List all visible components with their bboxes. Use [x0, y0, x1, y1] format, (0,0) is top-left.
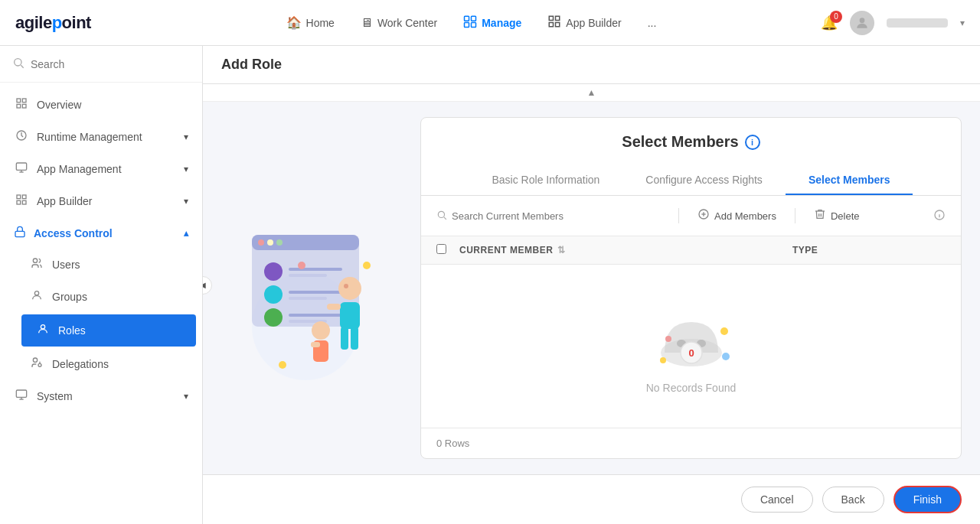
sidebar-item-label: Users	[52, 259, 80, 271]
trash-icon	[814, 208, 826, 223]
sidebar-item-accesscontrol[interactable]: Access Control ▴	[0, 217, 202, 249]
notification-button[interactable]: 🔔 0	[821, 15, 838, 31]
users-icon	[29, 257, 44, 272]
home-icon: 🏠	[286, 15, 302, 30]
svg-rect-12	[22, 99, 26, 103]
svg-point-53	[312, 321, 330, 340]
sidebar-item-runtime[interactable]: Runtime Management ▾	[0, 121, 202, 153]
overview-icon	[14, 97, 29, 112]
col-type-header: TYPE	[792, 245, 946, 255]
tab-basic-role-information[interactable]: Basic Role Information	[469, 166, 623, 195]
sidebar-search-container	[0, 46, 202, 83]
svg-point-74	[660, 357, 666, 363]
search-current-members-input[interactable]	[452, 210, 666, 222]
sidebar-item-delegations[interactable]: Delegations	[15, 348, 202, 380]
tab-label: Select Members	[808, 174, 890, 186]
nav-home[interactable]: 🏠 Home	[276, 11, 345, 34]
cancel-button[interactable]: Cancel	[741, 487, 813, 513]
search-field	[436, 210, 666, 223]
svg-point-47	[338, 277, 361, 300]
more-icon: ...	[648, 17, 657, 29]
toggle-top-button[interactable]: ▲	[203, 84, 980, 102]
tab-configure-access-rights[interactable]: Configure Access Rights	[622, 166, 786, 195]
logo[interactable]: agilepoint	[15, 13, 91, 33]
rows-count: 0 Rows	[436, 438, 469, 449]
illustration-panel	[221, 117, 405, 459]
nav-manage[interactable]: Manage	[452, 10, 532, 36]
svg-text:0: 0	[688, 347, 694, 359]
svg-point-59	[438, 211, 444, 217]
select-all-checkbox[interactable]	[436, 244, 459, 256]
svg-rect-13	[17, 104, 21, 108]
tab-label: Basic Role Information	[492, 174, 600, 186]
svg-rect-50	[351, 327, 358, 350]
svg-point-52	[344, 284, 348, 288]
svg-point-37	[276, 239, 283, 246]
sidebar-item-groups[interactable]: Groups	[15, 281, 202, 313]
svg-rect-7	[556, 22, 560, 26]
svg-rect-1	[472, 16, 476, 21]
svg-rect-19	[17, 195, 21, 199]
appbuilder-sidebar-icon	[14, 194, 29, 209]
svg-point-27	[33, 358, 37, 362]
sidebar-search-icon	[12, 57, 24, 71]
svg-rect-55	[311, 342, 320, 347]
sidebar-item-label: Access Control	[34, 227, 113, 239]
chevron-down-icon: ▾	[184, 391, 188, 402]
search-icon	[436, 210, 447, 223]
header-checkbox[interactable]	[436, 244, 446, 254]
sidebar-sub-access: Users Groups Roles	[0, 249, 202, 380]
sidebar-item-label: Roles	[58, 324, 86, 337]
finish-button[interactable]: Finish	[893, 486, 962, 513]
svg-point-26	[41, 325, 44, 329]
user-avatar	[850, 11, 874, 35]
svg-rect-6	[550, 22, 554, 26]
sidebar-item-roles[interactable]: Roles	[21, 314, 196, 347]
add-members-label: Add Members	[714, 210, 776, 222]
svg-rect-44	[289, 297, 327, 300]
svg-point-38	[264, 262, 283, 281]
sidebar-search-input[interactable]	[31, 58, 190, 70]
sidebar-item-label: App Management	[37, 163, 122, 175]
sidebar-item-appbuilder[interactable]: App Builder ▾	[0, 185, 202, 217]
content-area: ◀ Add Role ▲	[203, 46, 980, 524]
svg-point-40	[264, 308, 283, 327]
svg-rect-0	[465, 16, 469, 21]
back-button[interactable]: Back	[822, 487, 884, 513]
svg-point-36	[267, 239, 273, 246]
col-type-label: TYPE	[792, 245, 818, 255]
page-header: Add Role	[203, 46, 980, 84]
chevron-up-icon: ▴	[184, 228, 188, 239]
sidebar-item-label: App Builder	[37, 195, 92, 207]
sidebar-item-users[interactable]: Users	[15, 249, 202, 281]
sidebar-item-appmanagement[interactable]: App Management ▾	[0, 153, 202, 185]
svg-point-39	[264, 285, 283, 304]
user-dropdown-chevron[interactable]: ▾	[960, 18, 965, 28]
table-footer: 0 Rows	[421, 428, 961, 458]
svg-line-10	[21, 65, 23, 67]
sidebar-item-label: Overview	[37, 99, 81, 111]
nav-appbuilder[interactable]: App Builder	[537, 10, 632, 36]
nav-workcenter[interactable]: 🖥 Work Center	[350, 11, 448, 34]
table-area: Add Members Delete	[421, 196, 961, 458]
tab-select-members[interactable]: Select Members	[786, 166, 913, 195]
nav-manage-label: Manage	[482, 17, 521, 29]
svg-point-73	[665, 336, 671, 342]
user-name	[887, 18, 948, 28]
groups-icon	[29, 289, 44, 304]
delete-button[interactable]: Delete	[808, 205, 866, 226]
toolbar-info-icon[interactable]	[933, 209, 946, 223]
chevron-down-icon: ▾	[184, 132, 188, 142]
add-members-button[interactable]: Add Members	[691, 205, 782, 226]
nav-more[interactable]: ...	[637, 12, 668, 34]
delegations-icon	[29, 356, 44, 372]
sidebar-item-system[interactable]: System ▾	[0, 380, 202, 412]
svg-rect-48	[340, 302, 360, 329]
svg-rect-51	[327, 304, 341, 310]
wizard-tabs: Basic Role Information Configure Access …	[439, 166, 942, 195]
info-icon-button[interactable]: i	[745, 135, 760, 150]
sort-icon[interactable]: ⇅	[557, 245, 566, 255]
svg-rect-21	[17, 200, 21, 204]
sidebar-item-overview[interactable]: Overview	[0, 89, 202, 121]
onboarding-illustration	[237, 189, 390, 388]
